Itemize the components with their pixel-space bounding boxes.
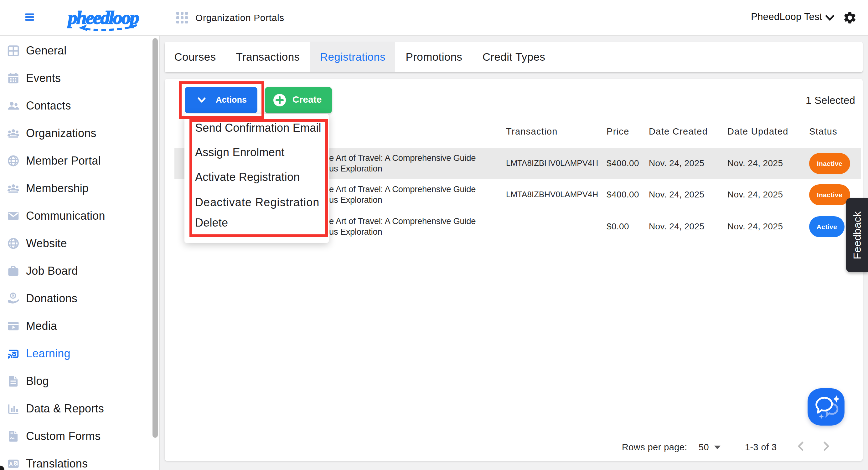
- svg-text:A: A: [9, 461, 12, 467]
- svg-text:文: 文: [13, 462, 18, 466]
- svg-text:pheedloop: pheedloop: [67, 7, 139, 28]
- svg-text:$: $: [11, 293, 14, 299]
